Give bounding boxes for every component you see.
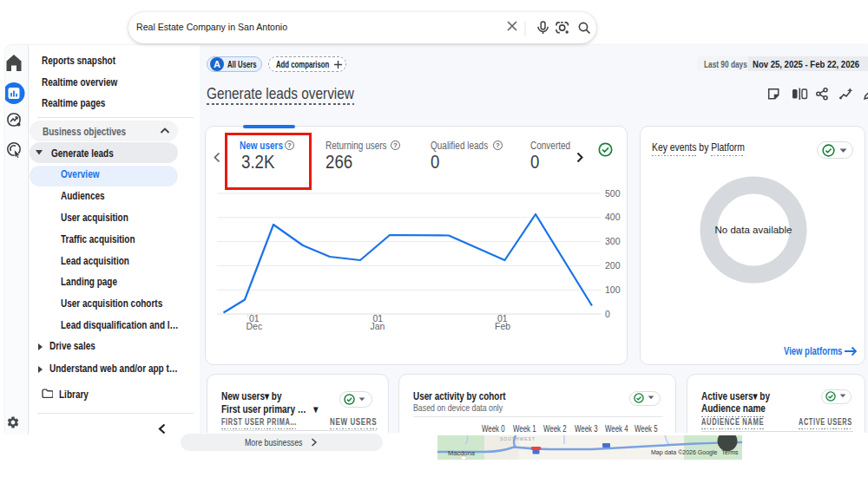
svg-text:Macdona: Macdona <box>448 449 476 457</box>
svg-text:Map data ©2026 Google: Map data ©2026 Google <box>651 449 717 456</box>
svg-text:200: 200 <box>605 260 621 271</box>
svg-text:400: 400 <box>605 212 621 222</box>
svg-text:0: 0 <box>605 309 610 319</box>
svg-text:300: 300 <box>605 236 621 246</box>
svg-text:SOUTHWEST: SOUTHWEST <box>500 436 536 441</box>
svg-text:500: 500 <box>605 188 621 199</box>
svg-text:Feb: Feb <box>495 321 510 331</box>
svg-text:100: 100 <box>605 284 621 295</box>
svg-text:Jan: Jan <box>371 321 385 331</box>
svg-text:Dec: Dec <box>247 321 263 331</box>
